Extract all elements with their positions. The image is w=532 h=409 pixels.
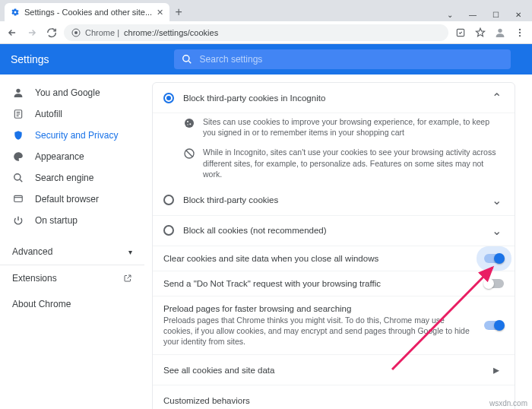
tab-close-icon[interactable]: ✕	[157, 8, 163, 17]
svg-point-5	[519, 31, 521, 33]
sidebar-item-appearance[interactable]: Appearance	[0, 146, 144, 167]
back-button[interactable]	[5, 25, 20, 40]
forward-button[interactable]	[24, 25, 40, 40]
cookie-icon	[183, 117, 195, 129]
chevron-down-icon: ▾	[128, 248, 132, 256]
svg-point-15	[187, 124, 188, 125]
external-link-icon	[123, 274, 132, 283]
radio-on-icon	[163, 93, 174, 103]
radio-off-icon	[163, 195, 174, 205]
block-icon	[183, 147, 195, 160]
sidebar-item-on-startup[interactable]: On startup	[0, 210, 144, 231]
close-icon[interactable]: ✕	[508, 8, 529, 21]
settings-title: Settings	[11, 53, 49, 65]
url-text: chrome://settings/cookies	[124, 28, 218, 37]
toggle-clear-on-close[interactable]	[484, 254, 504, 263]
share-icon[interactable]	[453, 25, 468, 40]
svg-point-3	[498, 28, 502, 32]
sidebar-item-autofill[interactable]: Autofill	[0, 103, 144, 125]
browser-toolbar: Chrome | chrome://settings/cookies	[0, 21, 532, 44]
svg-point-13	[187, 121, 188, 122]
maximize-icon[interactable]: ☐	[485, 8, 506, 21]
search-placeholder: Search settings	[200, 54, 263, 65]
toggle-preload[interactable]	[484, 321, 504, 330]
sidebar: You and Google Autofill Security and Pri…	[0, 75, 144, 409]
new-tab-button[interactable]: +	[169, 3, 188, 21]
chevron-right-icon: ▸	[489, 363, 504, 377]
chrome-icon	[71, 28, 81, 37]
customized-behaviors-label: Customized behaviors	[153, 385, 515, 409]
watermark: wsxdn.com	[489, 399, 527, 407]
sidebar-advanced[interactable]: Advanced▾	[0, 239, 144, 265]
sidebar-about[interactable]: About Chrome	[0, 291, 144, 317]
reload-button[interactable]	[44, 25, 59, 40]
row-do-not-track: Send a "Do Not Track" request with your …	[153, 271, 515, 296]
svg-point-7	[182, 55, 188, 62]
browser-titlebar: Settings - Cookies and other site... ✕ +…	[0, 0, 532, 21]
sidebar-extensions[interactable]: Extensions	[0, 265, 144, 291]
svg-point-10	[14, 174, 21, 180]
minimize-icon[interactable]: —	[462, 8, 483, 21]
chevron-down-icon[interactable]: ⌄	[489, 224, 504, 238]
settings-favicon-icon	[11, 8, 20, 17]
tab-title: Settings - Cookies and other site...	[24, 8, 152, 17]
radio-block-incognito[interactable]: Block third-party cookies in Incognito ⌃	[153, 83, 515, 113]
svg-point-12	[185, 119, 194, 128]
chevron-up-icon[interactable]: ⌃	[489, 90, 504, 105]
incognito-desc-1: Sites can use cookies to improve your br…	[153, 113, 515, 144]
main-panel: Block third-party cookies in Incognito ⌃…	[144, 75, 532, 409]
svg-point-6	[519, 34, 521, 36]
incognito-desc-2: While in Incognito, sites can't use your…	[153, 144, 515, 185]
radio-off-icon	[163, 225, 174, 236]
address-bar[interactable]: Chrome | chrome://settings/cookies	[64, 24, 448, 41]
chevron-down-icon[interactable]: ⌄	[489, 193, 504, 208]
search-icon	[182, 54, 192, 65]
row-see-all-cookies[interactable]: See all cookies and site data ▸	[153, 355, 515, 385]
url-prefix: Chrome |	[85, 28, 119, 37]
settings-header: Settings Search settings	[0, 44, 532, 75]
svg-point-4	[519, 28, 521, 30]
svg-rect-11	[14, 195, 23, 201]
sidebar-item-security[interactable]: Security and Privacy	[0, 125, 144, 146]
svg-point-8	[16, 89, 20, 93]
radio-block-all[interactable]: Block all cookies (not recommended) ⌄	[153, 216, 515, 246]
caret-down-icon[interactable]: ⌄	[439, 8, 461, 21]
toggle-do-not-track[interactable]	[484, 279, 504, 288]
svg-point-1	[74, 31, 78, 34]
svg-point-14	[189, 123, 191, 125]
menu-icon[interactable]	[512, 25, 527, 40]
row-clear-on-close: Clear cookies and site data when you clo…	[153, 246, 515, 271]
sidebar-item-default-browser[interactable]: Default browser	[0, 189, 144, 210]
bookmark-icon[interactable]	[473, 25, 488, 40]
sidebar-item-you-and-google[interactable]: You and Google	[0, 82, 144, 103]
sidebar-item-search-engine[interactable]: Search engine	[0, 167, 144, 189]
radio-block-third-party[interactable]: Block third-party cookies ⌄	[153, 185, 515, 216]
settings-search[interactable]: Search settings	[174, 49, 511, 69]
browser-tab[interactable]: Settings - Cookies and other site... ✕	[5, 3, 169, 21]
row-preload: Preload pages for faster browsing and se…	[153, 296, 515, 356]
profile-icon[interactable]	[492, 25, 508, 40]
